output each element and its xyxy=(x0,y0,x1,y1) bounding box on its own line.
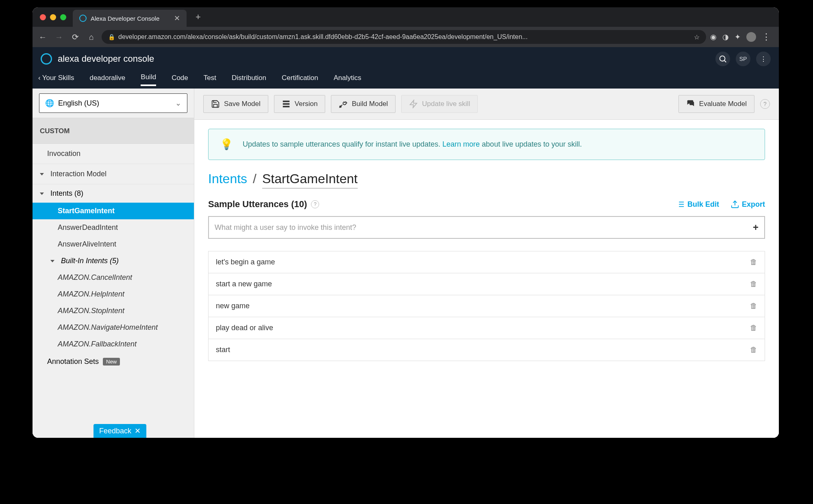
trash-icon[interactable]: 🗑 xyxy=(750,346,757,354)
list-icon xyxy=(676,200,685,209)
utterance-row[interactable]: play dead or alive 🗑 xyxy=(209,317,765,339)
reload-icon[interactable]: ⟳ xyxy=(69,32,81,42)
home-icon[interactable]: ⌂ xyxy=(85,32,98,42)
add-utterance-button[interactable]: + xyxy=(753,222,759,233)
save-icon xyxy=(211,100,220,108)
search-button[interactable] xyxy=(715,52,730,66)
nav-tab-analytics[interactable]: Analytics xyxy=(334,74,361,85)
kebab-icon: ⋮ xyxy=(760,55,767,63)
utterance-row[interactable]: start 🗑 xyxy=(209,339,765,361)
breadcrumb-current[interactable]: StartGameIntent xyxy=(262,171,358,188)
bookmark-icon[interactable]: ☆ xyxy=(694,33,700,41)
extension-icon[interactable]: ◉ xyxy=(710,32,717,41)
language-selector[interactable]: 🌐 English (US) ⌄ xyxy=(39,93,187,113)
version-button[interactable]: Version xyxy=(274,95,326,113)
address-bar[interactable]: 🔒 developer.amazon.com/alexa/console/ask… xyxy=(102,30,706,44)
bulk-edit-label: Bulk Edit xyxy=(687,200,719,209)
console-nav: ‹ Your Skills deadoralive Build Code Tes… xyxy=(33,71,779,89)
new-badge: New xyxy=(103,358,120,366)
nav-skill-name[interactable]: deadoralive xyxy=(89,74,125,85)
chevron-left-icon: ‹ xyxy=(38,74,41,82)
utterance-row[interactable]: new game 🗑 xyxy=(209,295,765,317)
build-model-label: Build Model xyxy=(352,100,388,108)
extension-puzzle-icon[interactable]: ✦ xyxy=(735,32,741,41)
sidebar-builtin-help[interactable]: AMAZON.HelpIntent xyxy=(33,286,194,303)
svg-line-1 xyxy=(724,61,726,62)
close-window-icon[interactable] xyxy=(40,14,46,20)
nav-tab-test[interactable]: Test xyxy=(204,74,216,85)
minimize-window-icon[interactable] xyxy=(50,14,56,20)
sidebar-item-invocation[interactable]: Invocation xyxy=(33,144,194,164)
tab-title: Alexa Developer Console xyxy=(91,15,159,22)
sidebar-intent-startgame[interactable]: StartGameIntent xyxy=(33,203,194,219)
nav-back-label: Your Skills xyxy=(42,74,74,82)
page-body: 💡 Updates to sample utterances qualify f… xyxy=(194,120,779,438)
trash-icon[interactable]: 🗑 xyxy=(750,280,757,288)
window-controls xyxy=(37,14,70,20)
feedback-label: Feedback xyxy=(99,427,131,435)
banner-text-pre: Updates to sample utterances qualify for… xyxy=(243,140,442,148)
browser-window: Alexa Developer Console ✕ + ← → ⟳ ⌂ 🔒 de… xyxy=(33,7,779,438)
sidebar-builtin-navigatehome[interactable]: AMAZON.NavigateHomeIntent xyxy=(33,319,194,336)
nav-tab-code[interactable]: Code xyxy=(172,74,188,85)
language-label: English (US) xyxy=(58,99,99,108)
help-icon[interactable]: ? xyxy=(311,200,319,208)
chevron-down-icon: ⌄ xyxy=(175,99,181,108)
user-initials-button[interactable]: SP xyxy=(736,52,750,66)
nav-tab-build[interactable]: Build xyxy=(141,73,156,86)
utterance-input[interactable]: What might a user say to invoke this int… xyxy=(208,216,765,239)
sample-utterances-header: Sample Utterances (10) ? Bulk Edit Expor… xyxy=(208,199,765,210)
save-model-label: Save Model xyxy=(224,100,261,108)
lock-icon: 🔒 xyxy=(108,34,115,40)
utterance-row[interactable]: start a new game 🗑 xyxy=(209,273,765,295)
sidebar-section-custom: CUSTOM xyxy=(33,118,194,144)
maximize-window-icon[interactable] xyxy=(60,14,66,20)
build-model-button[interactable]: Build Model xyxy=(331,95,396,113)
trash-icon[interactable]: 🗑 xyxy=(750,258,757,266)
sidebar-item-intents[interactable]: Intents (8) xyxy=(33,184,194,203)
console-menu-button[interactable]: ⋮ xyxy=(756,52,771,66)
upload-icon xyxy=(730,200,739,209)
browser-extensions: ◉ ◑ ✦ ⋮ xyxy=(710,32,775,42)
bulk-edit-link[interactable]: Bulk Edit xyxy=(676,200,719,209)
svg-rect-3 xyxy=(283,103,290,105)
profile-avatar[interactable] xyxy=(746,32,756,42)
trash-icon[interactable]: 🗑 xyxy=(750,324,757,332)
nav-back-your-skills[interactable]: ‹ Your Skills xyxy=(38,74,74,85)
content-pane: Save Model Version Build Model Update li… xyxy=(194,89,779,438)
extension-icon[interactable]: ◑ xyxy=(722,32,729,41)
svg-point-0 xyxy=(720,56,725,61)
save-model-button[interactable]: Save Model xyxy=(203,95,268,113)
sidebar-item-annotation-sets[interactable]: Annotation Sets New xyxy=(33,353,194,370)
model-toolbar: Save Model Version Build Model Update li… xyxy=(194,89,779,120)
sidebar-intent-answeralive[interactable]: AnswerAliveIntent xyxy=(33,236,194,253)
sidebar-item-builtin-intents[interactable]: Built-In Intents (5) xyxy=(33,253,194,269)
utterance-row[interactable]: let's begin a game 🗑 xyxy=(209,251,765,273)
back-icon[interactable]: ← xyxy=(37,32,49,42)
breadcrumb: Intents / StartGameIntent xyxy=(208,171,765,188)
alexa-logo-icon xyxy=(41,53,52,65)
chrome-menu-icon[interactable]: ⋮ xyxy=(762,32,771,42)
sidebar-item-interaction-model[interactable]: Interaction Model xyxy=(33,164,194,184)
close-tab-icon[interactable]: ✕ xyxy=(174,14,180,23)
sidebar-intent-answerdead[interactable]: AnswerDeadIntent xyxy=(33,219,194,236)
feedback-button[interactable]: Feedback ✕ xyxy=(93,424,146,438)
sidebar-builtin-cancel[interactable]: AMAZON.CancelIntent xyxy=(33,269,194,286)
browser-tab[interactable]: Alexa Developer Console ✕ xyxy=(73,10,187,27)
trash-icon[interactable]: 🗑 xyxy=(750,302,757,310)
sidebar-builtin-stop[interactable]: AMAZON.StopIntent xyxy=(33,303,194,319)
nav-tab-distribution[interactable]: Distribution xyxy=(232,74,266,85)
learn-more-link[interactable]: Learn more xyxy=(442,140,480,148)
banner-text-post: about live updates to your skill. xyxy=(480,140,582,148)
forward-icon[interactable]: → xyxy=(53,32,65,42)
evaluate-model-button[interactable]: Evaluate Model xyxy=(678,95,754,113)
close-icon[interactable]: ✕ xyxy=(135,426,141,435)
wrench-icon xyxy=(339,100,348,108)
nav-tab-certification[interactable]: Certification xyxy=(282,74,318,85)
breadcrumb-root[interactable]: Intents xyxy=(208,171,247,186)
export-link[interactable]: Export xyxy=(730,200,765,209)
utterance-list: let's begin a game 🗑 start a new game 🗑 … xyxy=(208,251,765,361)
toolbar-help-icon[interactable]: ? xyxy=(760,99,770,109)
sidebar-builtin-fallback[interactable]: AMAZON.FallbackIntent xyxy=(33,336,194,353)
new-tab-button[interactable]: + xyxy=(190,12,207,22)
